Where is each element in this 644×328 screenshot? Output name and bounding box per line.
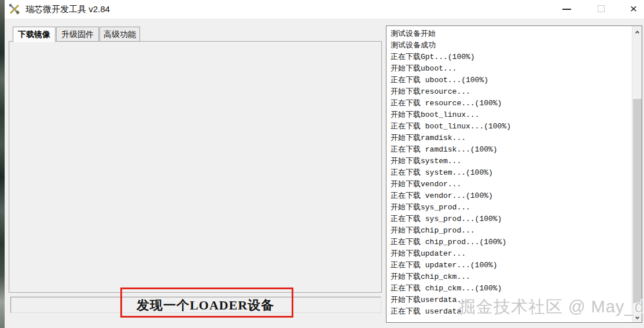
status-message: 发现一个LOADER设备 bbox=[113, 294, 298, 317]
log-scroll-down-icon[interactable] bbox=[632, 312, 642, 322]
minimize-button[interactable] bbox=[557, 0, 576, 19]
log-line: 正在下载 uboot...(100%) bbox=[391, 75, 630, 86]
tab-upgrade-firmware[interactable]: 升级固件 bbox=[56, 27, 99, 42]
log-line: 正在下载 sys_prod...(100%) bbox=[391, 213, 630, 225]
download-image-tab-page bbox=[9, 41, 382, 293]
log-line: 正在下载 chip_ckm...(100%) bbox=[391, 283, 630, 294]
maximize-icon bbox=[598, 5, 605, 12]
app-window: 瑞芯微开发工具 v2.84 × 下载镜像 升级固件 高级功能 # 地址 名字 路… bbox=[0, 0, 644, 328]
log-line: 测试设备开始 bbox=[391, 28, 630, 40]
log-vertical-scrollbar[interactable] bbox=[632, 26, 642, 322]
log-line: 正在下载 vendor...(100%) bbox=[391, 190, 630, 202]
log-line: 开始下载chip_prod... bbox=[391, 225, 630, 237]
maximize-button[interactable] bbox=[591, 0, 611, 19]
log-line: 开始下载chip_ckm... bbox=[391, 271, 630, 283]
log-panel[interactable]: 测试设备开始测试设备成功正在下载Gpt...(100%)开始下载uboot...… bbox=[386, 25, 642, 323]
log-line: 正在下载 chip_prod...(100%) bbox=[391, 237, 630, 248]
log-line: 开始下载userdata... bbox=[391, 294, 630, 306]
log-scroll-up-icon[interactable] bbox=[632, 28, 642, 38]
log-line: 开始下载boot_linux... bbox=[391, 109, 630, 121]
log-line: 正在下载 userdata... bbox=[391, 306, 630, 318]
log-line: 开始下载resource... bbox=[391, 86, 630, 98]
minimize-icon bbox=[562, 9, 571, 10]
log-line: 正在下载 system...(100%) bbox=[391, 167, 630, 179]
log-line: 正在下载Gpt...(100%) bbox=[391, 51, 630, 63]
log-line: 开始下载system... bbox=[391, 156, 630, 167]
log-line: 开始下载updater... bbox=[391, 248, 630, 260]
log-line: 正在下载 resource...(100%) bbox=[391, 98, 630, 109]
window-title: 瑞芯微开发工具 v2.84 bbox=[25, 4, 110, 15]
log-line: 开始下载vendor... bbox=[391, 179, 630, 190]
log-line: 开始下载uboot... bbox=[391, 63, 630, 75]
title-bar: 瑞芯微开发工具 v2.84 × bbox=[5, 0, 644, 19]
log-line: 正在下载 boot_linux...(100%) bbox=[391, 121, 630, 132]
app-icon bbox=[8, 3, 21, 16]
desktop-background-sliver bbox=[0, 0, 5, 328]
log-lines: 测试设备开始测试设备成功正在下载Gpt...(100%)开始下载uboot...… bbox=[391, 28, 630, 318]
close-button[interactable]: × bbox=[624, 0, 643, 19]
log-line: 正在下载 updater...(100%) bbox=[391, 260, 630, 271]
log-line: 开始下载sys_prod... bbox=[391, 202, 630, 213]
log-line: 开始下载ramdisk... bbox=[391, 132, 630, 144]
tab-download-image[interactable]: 下载镜像 bbox=[13, 27, 56, 42]
log-line: 正在下载 ramdisk...(100%) bbox=[391, 144, 630, 156]
log-line: 测试设备成功 bbox=[391, 40, 630, 51]
log-vscroll-thumb[interactable] bbox=[633, 99, 642, 303]
tab-advanced-function[interactable]: 高级功能 bbox=[100, 27, 140, 42]
